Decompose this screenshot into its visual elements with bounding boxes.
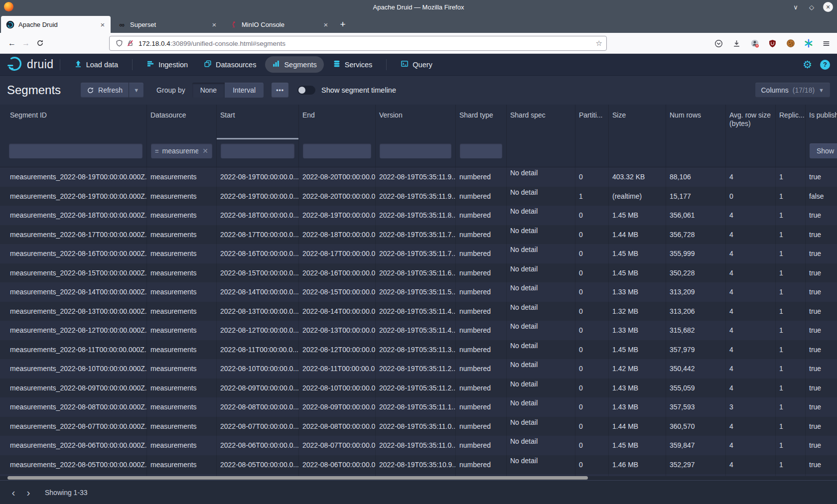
horizontal-scrollbar[interactable]: [7, 476, 588, 480]
ublock-icon[interactable]: [766, 37, 779, 50]
column-header-end[interactable]: End: [299, 105, 376, 139]
filter-input-version[interactable]: [380, 143, 451, 158]
settings-gear-icon[interactable]: ⚙: [803, 59, 812, 70]
columns-button[interactable]: Columns (17/18) ▼: [755, 83, 831, 98]
window-minimize-icon[interactable]: ∨: [791, 3, 800, 11]
filter-cell-shard_spec: [507, 139, 575, 167]
column-header-num_rows[interactable]: Num rows: [666, 105, 726, 139]
column-header-shard_spec[interactable]: Shard spec: [507, 105, 575, 139]
column-header-replicas[interactable]: Replic...: [776, 105, 806, 139]
tracking-shield-icon[interactable]: [114, 39, 125, 47]
refresh-button[interactable]: Refresh: [81, 83, 129, 98]
group-by-none-button[interactable]: None: [192, 83, 225, 98]
column-header-version[interactable]: Version: [376, 105, 456, 139]
filter-input-segment_id[interactable]: [9, 143, 142, 158]
extension-disabled-icon[interactable]: [748, 37, 761, 50]
column-header-segment_id[interactable]: Segment ID: [0, 105, 147, 139]
cell-shard_type: numbered: [456, 321, 507, 340]
back-icon[interactable]: ←: [5, 36, 19, 50]
table-row[interactable]: measurements_2022-08-15T00:00:00.000Z...…: [0, 263, 837, 283]
cell-datasource: measurements: [147, 397, 217, 417]
column-header-shard_type[interactable]: Shard type: [456, 105, 507, 139]
table-row[interactable]: measurements_2022-08-06T00:00:00.000Z...…: [0, 436, 837, 455]
column-header-start[interactable]: Start: [217, 105, 299, 139]
table-row[interactable]: measurements_2022-08-05T00:00:00.000Z...…: [0, 455, 837, 475]
table-row[interactable]: measurements_2022-08-17T00:00:00.000Z...…: [0, 225, 837, 245]
column-header-partition[interactable]: Partiti...: [575, 105, 609, 139]
browser-tab-apache-druid[interactable]: Apache Druid×: [1, 16, 111, 33]
filter-cell-size: [609, 139, 666, 167]
filter-input-start[interactable]: [221, 143, 294, 158]
insecure-lock-icon[interactable]: [125, 39, 136, 47]
cookie-extension-icon[interactable]: [784, 37, 797, 50]
cell-replicas: 1: [776, 359, 806, 378]
nav-item-load-data[interactable]: Load data: [67, 56, 126, 73]
table-row[interactable]: measurements_2022-08-18T00:00:00.000Z...…: [0, 206, 837, 225]
filter-cell-is_published: Show: [806, 139, 837, 167]
cell-shard_type: numbered: [456, 263, 507, 283]
cell-avg_row_size: 3: [726, 397, 776, 417]
tab-close-icon[interactable]: ×: [209, 20, 219, 29]
url-bar[interactable]: 172.18.0.4:30899/unified-console.html#se…: [109, 36, 607, 51]
cell-size: 1.44 MB: [609, 225, 666, 245]
browser-tab-minio-console[interactable]: MinIO Console×: [224, 16, 334, 33]
url-text[interactable]: 172.18.0.4:30899/unified-console.html#se…: [139, 40, 596, 47]
table-row[interactable]: measurements_2022-08-19T00:00:00.000Z...…: [0, 187, 837, 206]
table-row[interactable]: measurements_2022-08-08T00:00:00.000Z...…: [0, 397, 837, 417]
nav-item-segments[interactable]: Segments: [265, 56, 323, 73]
remove-filter-icon[interactable]: ✕: [202, 147, 208, 155]
bookmark-star-icon[interactable]: ☆: [596, 39, 602, 48]
table-row[interactable]: measurements_2022-08-13T00:00:00.000Z...…: [0, 302, 837, 321]
nav-item-datasources[interactable]: Datasources: [197, 56, 263, 73]
column-header-size[interactable]: Size: [609, 105, 666, 139]
tab-close-icon[interactable]: ×: [321, 20, 331, 29]
is-published-filter-button[interactable]: Show: [810, 143, 837, 158]
filter-input-shard_type[interactable]: [460, 143, 502, 158]
downloads-icon[interactable]: [730, 37, 743, 50]
forward-icon[interactable]: →: [19, 36, 33, 50]
window-close-icon[interactable]: ×: [823, 2, 833, 12]
browser-tab-superset[interactable]: ∞Superset×: [113, 16, 222, 33]
nav-item-ingestion[interactable]: Ingestion: [140, 56, 195, 73]
cell-segment_id: measurements_2022-08-14T00:00:00.000Z...: [0, 282, 147, 302]
next-page-icon[interactable]: ›: [21, 485, 36, 500]
pocket-icon[interactable]: [712, 37, 725, 50]
more-options-button[interactable]: •••: [272, 83, 288, 98]
filter-cell-avg_row_size: [726, 139, 776, 167]
table-row[interactable]: measurements_2022-08-09T00:00:00.000Z...…: [0, 378, 837, 398]
cell-segment_id: measurements_2022-08-11T00:00:00.000Z...: [0, 340, 147, 360]
cell-partition: 1: [575, 187, 609, 206]
refresh-dropdown-button[interactable]: ▼: [129, 83, 143, 98]
menu-hamburger-icon[interactable]: [820, 37, 833, 50]
help-icon[interactable]: ?: [820, 60, 830, 70]
druid-brand[interactable]: druid: [6, 55, 54, 75]
table-row[interactable]: measurements_2022-08-12T00:00:00.000Z...…: [0, 321, 837, 340]
segment-timeline-toggle[interactable]: [297, 86, 315, 95]
filter-input-end[interactable]: [303, 143, 371, 158]
table-row[interactable]: measurements_2022-08-19T00:00:00.000Z...…: [0, 167, 837, 187]
reload-icon[interactable]: [33, 36, 47, 50]
column-header-datasource[interactable]: Datasource: [147, 105, 217, 139]
cell-version: 2022-08-19T05:35:11.7...: [376, 244, 456, 263]
window-maximize-icon[interactable]: ◇: [807, 3, 816, 11]
table-row[interactable]: measurements_2022-08-16T00:00:00.000Z...…: [0, 244, 837, 263]
cell-segment_id: measurements_2022-08-10T00:00:00.000Z...: [0, 359, 147, 378]
table-row[interactable]: measurements_2022-08-07T00:00:00.000Z...…: [0, 417, 837, 436]
group-by-interval-button[interactable]: Interval: [225, 83, 264, 98]
table-row[interactable]: measurements_2022-08-11T00:00:00.000Z...…: [0, 340, 837, 360]
filter-tag-datasource[interactable]: =measurements✕: [151, 143, 212, 158]
cell-segment_id: measurements_2022-08-15T00:00:00.000Z...: [0, 263, 147, 283]
cell-start: 2022-08-05T00:00:00.0...: [217, 455, 299, 475]
cell-replicas: 1: [776, 282, 806, 302]
table-row[interactable]: measurements_2022-08-14T00:00:00.000Z...…: [0, 282, 837, 302]
table-row[interactable]: measurements_2022-08-10T00:00:00.000Z...…: [0, 359, 837, 378]
nav-item-query[interactable]: Query: [394, 56, 439, 73]
nav-item-services[interactable]: Services: [326, 56, 380, 73]
new-tab-button[interactable]: +: [336, 17, 350, 31]
cell-avg_row_size: 4: [726, 282, 776, 302]
sync-asterisk-icon[interactable]: [802, 37, 815, 50]
prev-page-icon[interactable]: ‹: [6, 485, 21, 500]
column-header-is_published[interactable]: Is published: [806, 105, 837, 139]
tab-close-icon[interactable]: ×: [98, 20, 108, 29]
column-header-avg_row_size[interactable]: Avg. row size (bytes): [726, 105, 776, 139]
